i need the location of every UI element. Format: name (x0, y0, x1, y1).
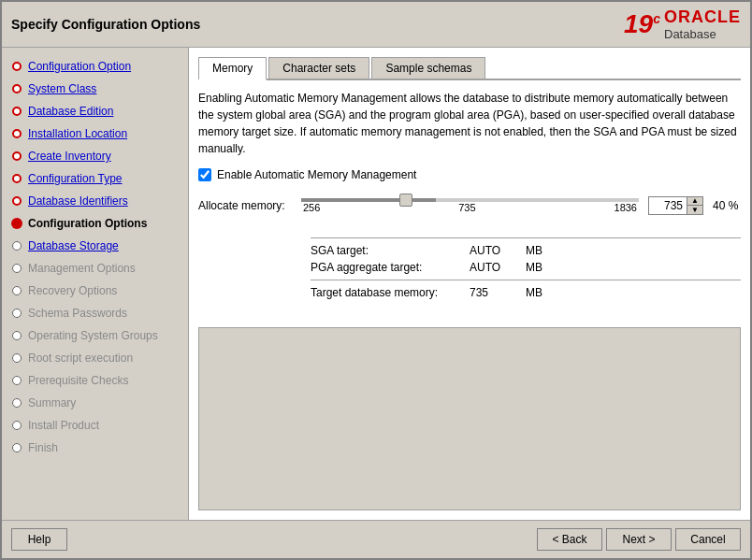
step-icon-15 (9, 373, 24, 388)
step-icon-8 (9, 216, 24, 231)
oracle-product: Database (664, 27, 716, 41)
step-icon-6 (9, 171, 24, 186)
target-value: 735 (470, 286, 516, 299)
sidebar-item-configuration-options: Configuration Options (2, 212, 188, 235)
sidebar-item-finish: Finish (2, 437, 188, 459)
step-icon-3 (9, 104, 24, 119)
bottom-bar: Help < Back Next > Cancel (2, 520, 750, 558)
sidebar-item-database-identifiers[interactable]: Database Identifiers (2, 190, 188, 212)
sidebar-label-database-identifiers: Database Identifiers (28, 193, 128, 209)
spin-buttons: ▲ ▼ (687, 197, 702, 214)
target-row: Target database memory: 735 MB (311, 284, 741, 301)
tab-sample-schemas[interactable]: Sample schemas (371, 57, 485, 79)
sidebar-label-configuration-option: Configuration Option (28, 58, 131, 75)
sidebar-label-summary: Summary (28, 395, 76, 411)
sga-row: SGA target: AUTO MB (311, 242, 741, 259)
sidebar-item-management-options: Management Options (2, 257, 188, 280)
step-icon-10 (9, 261, 24, 276)
nav-buttons: < Back Next > Cancel (537, 528, 741, 551)
sidebar-item-configuration-option[interactable]: Configuration Option (2, 55, 188, 78)
main-window: Specify Configuration Options 19c ORACLE… (0, 0, 752, 560)
slider-container: 256 735 1836 (301, 198, 639, 213)
memory-description: Enabling Automatic Memory Management all… (198, 90, 741, 157)
sidebar-label-create-inventory: Create Inventory (28, 148, 111, 165)
separator-2 (311, 280, 741, 280)
sidebar-label-root-script-execution: Root script execution (28, 350, 133, 366)
step-icon-13 (9, 328, 24, 343)
sidebar-label-configuration-options: Configuration Options (28, 215, 147, 232)
back-button[interactable]: < Back (537, 528, 602, 551)
sidebar-label-installation-location: Installation Location (28, 125, 127, 142)
sidebar: Configuration Option System Class Databa… (2, 48, 189, 520)
step-icon-18 (9, 440, 24, 455)
spin-down-button[interactable]: ▼ (687, 206, 702, 214)
sidebar-label-install-product: Install Product (28, 417, 99, 434)
sidebar-item-configuration-type[interactable]: Configuration Type (2, 167, 188, 190)
sidebar-item-prerequisite-checks: Prerequisite Checks (2, 369, 188, 392)
step-icon-2 (9, 81, 24, 96)
title-bar: Specify Configuration Options 19c ORACLE… (2, 2, 750, 48)
sidebar-label-system-class: System Class (28, 80, 96, 97)
cancel-button[interactable]: Cancel (675, 528, 741, 551)
step-icon-14 (9, 351, 24, 366)
step-icon-9 (9, 238, 24, 253)
memory-info-table: SGA target: AUTO MB PGA aggregate target… (311, 234, 741, 301)
sidebar-item-system-class[interactable]: System Class (2, 78, 188, 100)
percent-label: 40 % (713, 199, 741, 212)
sidebar-label-prerequisite-checks: Prerequisite Checks (28, 372, 128, 389)
tab-character-sets[interactable]: Character sets (268, 57, 369, 79)
oracle-logo: 19c ORACLE Database (624, 7, 741, 41)
slider-max-label: 1836 (615, 202, 637, 213)
pga-value: AUTO (470, 261, 516, 274)
content-area: Configuration Option System Class Databa… (2, 48, 750, 520)
sidebar-label-database-storage: Database Storage (28, 237, 119, 254)
step-icon-5 (9, 149, 24, 164)
sidebar-item-root-script-execution: Root script execution (2, 347, 188, 369)
sidebar-label-recovery-options: Recovery Options (28, 282, 117, 299)
step-icon-7 (9, 194, 24, 208)
tab-bar: Memory Character sets Sample schemas (198, 57, 741, 80)
enable-amm-label[interactable]: Enable Automatic Memory Management (217, 168, 416, 181)
enable-amm-checkbox[interactable] (198, 168, 211, 181)
separator-1 (311, 237, 741, 238)
step-icon-16 (9, 395, 24, 410)
sidebar-item-install-product: Install Product (2, 414, 188, 437)
sidebar-label-database-edition: Database Edition (28, 103, 113, 120)
pga-row: PGA aggregate target: AUTO MB (311, 259, 741, 276)
step-icon-4 (9, 126, 24, 141)
pga-label: PGA aggregate target: (311, 261, 460, 274)
sidebar-item-create-inventory[interactable]: Create Inventory (2, 145, 188, 167)
sidebar-label-configuration-type: Configuration Type (28, 170, 123, 187)
step-icon-11 (9, 283, 24, 298)
sidebar-item-database-edition[interactable]: Database Edition (2, 100, 188, 122)
sidebar-item-operating-system-groups: Operating System Groups (2, 324, 188, 347)
preview-box (198, 327, 741, 510)
pga-unit: MB (526, 261, 542, 274)
help-button[interactable]: Help (11, 528, 67, 551)
allocate-memory-label: Allocate memory: (198, 199, 292, 212)
sidebar-label-finish: Finish (28, 439, 58, 456)
next-button[interactable]: Next > (606, 528, 672, 551)
sidebar-label-management-options: Management Options (28, 260, 136, 277)
sidebar-label-schema-passwords: Schema Passwords (28, 305, 127, 322)
sga-label: SGA target: (311, 244, 460, 257)
sidebar-item-installation-location[interactable]: Installation Location (2, 122, 188, 145)
sidebar-item-database-storage[interactable]: Database Storage (2, 235, 188, 257)
target-label: Target database memory: (311, 286, 460, 299)
slider-mid-label: 735 (320, 202, 614, 213)
window-title: Specify Configuration Options (11, 17, 200, 32)
main-panel: Memory Character sets Sample schemas Ena… (189, 48, 750, 520)
sidebar-item-schema-passwords: Schema Passwords (2, 302, 188, 324)
slider-min-label: 256 (303, 202, 320, 213)
memory-spin-input[interactable] (649, 198, 687, 213)
spin-up-button[interactable]: ▲ (687, 197, 702, 206)
slider-numbers: 256 735 1836 (301, 202, 639, 213)
sga-value: AUTO (470, 244, 516, 257)
memory-control: Allocate memory: 256 735 1836 ▲ ▼ (198, 196, 741, 215)
sidebar-item-summary: Summary (2, 392, 188, 414)
enable-amm-row: Enable Automatic Memory Management (198, 168, 741, 181)
step-icon-17 (9, 418, 24, 433)
oracle-brand: ORACLE (664, 7, 741, 27)
sga-unit: MB (526, 244, 542, 257)
tab-memory[interactable]: Memory (198, 57, 267, 80)
